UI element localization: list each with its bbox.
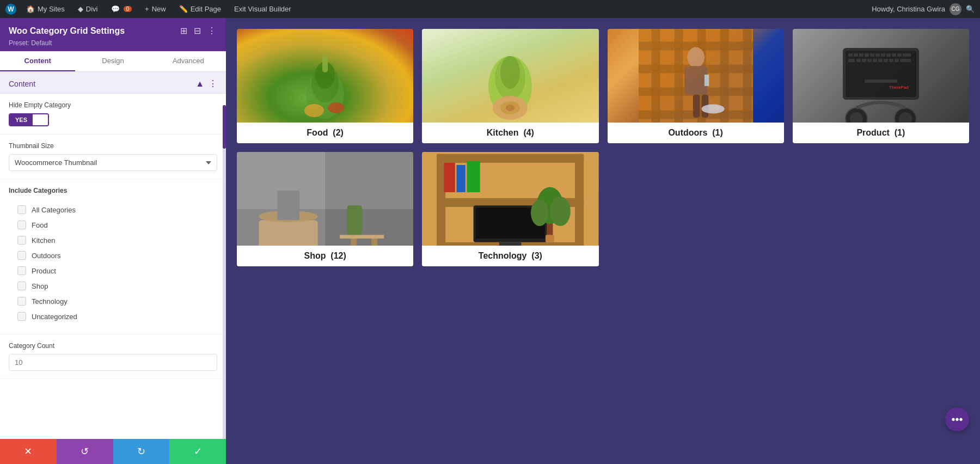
all-categories-name: All Categories [32,206,76,214]
svg-rect-38 [886,53,891,57]
undo-button[interactable]: ↺ [57,439,113,464]
category-count-input[interactable] [9,354,217,371]
more-options-icon[interactable]: ⋮ [206,25,217,37]
technology-card[interactable]: Technology (3) [422,152,598,266]
admin-bar-right: Howdy, Christina Gwira CG 🔍 [872,3,975,15]
tab-content[interactable]: Content [0,51,75,71]
new-item[interactable]: + New [142,3,169,15]
svg-rect-24 [684,66,707,95]
main-layout: Woo Category Grid Settings ⊞ ⊟ ⋮ Preset:… [0,18,980,464]
svg-rect-31 [848,53,853,57]
svg-rect-79 [467,161,480,192]
outdoors-card[interactable]: Outdoors (1) [608,29,784,143]
svg-rect-78 [457,165,465,192]
admin-bar-left: W 🏠 My Sites ◆ Divi 💬 0 + New ✏️ Edit Pa… [5,3,867,15]
product-svg: ThinkPad [837,37,924,135]
svg-rect-27 [704,75,708,86]
divi-icon: ◆ [78,5,83,13]
all-categories-checkbox[interactable] [17,205,26,214]
sidebar: Woo Category Grid Settings ⊞ ⊟ ⋮ Preset:… [0,18,226,464]
thumbnail-size-field: Thumbnail Size Woocommerce Thumbnail Ful… [0,135,226,179]
my-sites-label: My Sites [38,5,65,13]
grid-icon[interactable]: ⊟ [193,25,202,37]
kitchen-card[interactable]: Kitchen (4) [422,29,598,143]
toggle-yes-part: YES [10,114,33,125]
svg-rect-69 [437,154,584,163]
admin-bar: W 🏠 My Sites ◆ Divi 💬 0 + New ✏️ Edit Pa… [0,0,980,18]
collapse-section-button[interactable]: ▲ [195,79,204,89]
content-section-header: Content ▲ ⋮ [0,72,226,94]
plus-icon: + [145,5,149,13]
tab-design[interactable]: Design [75,51,150,71]
svg-rect-30 [846,51,916,97]
svg-rect-47 [878,59,883,62]
svg-point-28 [701,105,724,114]
food-name: Food [32,221,48,229]
dots-icon: ••• [951,413,963,426]
list-item: Kitchen [17,233,209,248]
svg-point-23 [687,47,705,68]
cancel-button[interactable]: ✕ [0,439,57,464]
my-sites-item[interactable]: 🏠 My Sites [23,3,68,15]
svg-rect-37 [881,53,885,57]
kitchen-svg [480,48,540,124]
list-item: Product [17,263,209,278]
shop-card-label: Shop (12) [237,246,413,266]
product-card-label: Product (1) [793,123,969,143]
exit-visual-builder-item[interactable]: Exit Visual Builder [231,3,295,15]
howdy-text: Howdy, Christina Gwira [872,5,945,13]
sidebar-scrollbar[interactable] [223,105,226,439]
svg-rect-41 [903,53,911,57]
svg-rect-52 [865,80,897,83]
divi-item[interactable]: ◆ Divi [75,3,101,15]
svg-rect-36 [875,53,880,57]
kitchen-checkbox[interactable] [17,236,26,245]
svg-rect-40 [897,53,902,57]
redo-button[interactable]: ↻ [113,439,170,464]
sidebar-header-top: Woo Category Grid Settings ⊞ ⊟ ⋮ [9,25,217,37]
product-name: Product [32,267,56,275]
svg-rect-49 [889,59,893,62]
comment-icon: 💬 [111,5,120,13]
save-button[interactable]: ✓ [169,439,226,464]
preset-label[interactable]: Preset: Default [9,39,217,47]
section-more-button[interactable]: ⋮ [209,78,217,89]
shop-card[interactable]: Shop (12) [237,152,413,266]
product-checkbox[interactable] [17,266,26,275]
hide-empty-toggle[interactable]: YES [9,113,49,126]
tab-bar: Content Design Advanced [0,51,226,72]
outdoors-name: Outdoors [32,252,60,260]
resize-icon[interactable]: ⊞ [179,25,188,37]
food-checkbox[interactable] [17,221,26,229]
technology-checkbox[interactable] [17,297,26,306]
thumbnail-size-select[interactable]: Woocommerce Thumbnail Full Large Medium … [9,154,217,171]
svg-rect-33 [859,53,863,57]
food-card-label: Food (2) [237,123,413,143]
svg-rect-84 [546,235,554,242]
sidebar-scroll-thumb [223,105,226,149]
svg-rect-67 [347,205,362,235]
list-item: Food [17,217,209,233]
food-card[interactable]: Food (2) [237,29,413,143]
search-icon[interactable]: 🔍 [966,5,975,13]
svg-rect-73 [575,154,584,257]
svg-rect-35 [870,53,874,57]
wordpress-icon[interactable]: W [5,4,16,15]
product-card[interactable]: ThinkPad Product (1) [793,29,969,143]
comments-item[interactable]: 💬 0 [108,3,136,15]
include-categories-field: Include Categories All Categories Food K… [0,179,226,334]
comment-badge: 0 [124,6,132,12]
svg-point-8 [500,56,520,89]
tab-advanced[interactable]: Advanced [151,51,226,71]
category-count-label: Category Count [9,342,217,350]
toggle-no-part [33,114,48,125]
edit-page-item[interactable]: ✏️ Edit Page [176,3,224,15]
svg-rect-3 [322,56,328,72]
dots-fab-button[interactable]: ••• [945,407,969,431]
uncategorized-checkbox[interactable] [17,312,26,321]
shop-checkbox[interactable] [17,282,26,290]
svg-point-83 [550,197,571,226]
outdoors-checkbox[interactable] [17,251,26,260]
svg-rect-48 [884,59,888,62]
technology-name: Technology [32,297,68,306]
